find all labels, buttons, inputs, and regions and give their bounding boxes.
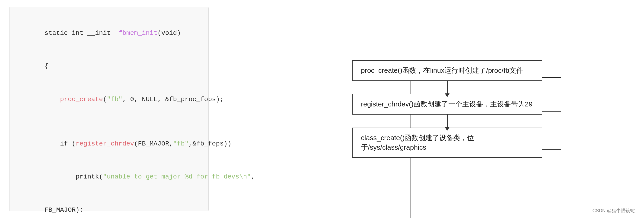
code-line-4 xyxy=(21,116,197,127)
boxes-wrapper: proc_create()函数，在linux运行时创建了/proc/fb文件 r… xyxy=(274,60,621,158)
code-line-3: proc_create("fb", 0, NULL, &fb_proc_fops… xyxy=(21,83,197,116)
diagram-panel: proc_create()函数，在linux运行时创建了/proc/fb文件 r… xyxy=(260,7,635,211)
connector-arrows xyxy=(209,7,260,211)
code-text: printk( xyxy=(44,173,103,180)
code-fn-name: fbmem_init xyxy=(118,30,158,37)
code-text: __init xyxy=(84,30,118,37)
diagram-box-3-text: class_create()函数创建了设备类，位于/sys/class/grap… xyxy=(361,133,534,152)
code-register-fn: register_chrdev xyxy=(76,140,134,147)
watermark: CSDN @猎牛眼镜蛇 xyxy=(592,207,635,214)
code-line-7: FB_MAJOR); xyxy=(21,194,197,218)
code-text: if ( xyxy=(44,140,76,147)
code-keyword-int: int xyxy=(72,30,83,37)
code-text: ( xyxy=(103,96,107,103)
code-line-6: printk("unable to get major %d for fb de… xyxy=(21,160,197,194)
code-text: static xyxy=(44,30,72,37)
diagram-box-1-text: proc_create()函数，在linux运行时创建了/proc/fb文件 xyxy=(361,66,523,75)
code-text: FB_MAJOR); xyxy=(44,206,84,213)
code-text: { xyxy=(44,62,48,70)
code-str: "fb" xyxy=(173,140,188,147)
diagram-box-3: class_create()函数创建了设备类，位于/sys/class/grap… xyxy=(352,128,542,158)
main-container: static int __init fbmem_init(void) { pro… xyxy=(0,0,644,218)
code-proc-create-fn: proc_create xyxy=(60,96,103,103)
diagram-box-1: proc_create()函数，在linux运行时创建了/proc/fb文件 xyxy=(352,60,542,81)
diagram-arrow-1-2 xyxy=(447,81,448,94)
code-line-1: static int __init fbmem_init(void) xyxy=(21,17,197,50)
diagram-arrow-2-3 xyxy=(447,115,448,128)
diagram-box-2-text: register_chrdev()函数创建了一个主设备，主设备号为29 xyxy=(361,99,532,109)
code-line-2: { xyxy=(21,50,197,83)
code-text: (void) xyxy=(158,30,181,37)
code-text xyxy=(44,96,60,103)
code-line-5: if (register_chrdev(FB_MAJOR,"fb",&fb_fo… xyxy=(21,127,197,160)
arrow-area xyxy=(209,7,260,211)
code-panel: static int __init fbmem_init(void) { pro… xyxy=(9,7,209,211)
watermark-text: CSDN @猎牛眼镜蛇 xyxy=(592,208,635,213)
code-text: (FB_MAJOR, xyxy=(134,140,173,147)
code-str: "fb" xyxy=(107,96,122,103)
